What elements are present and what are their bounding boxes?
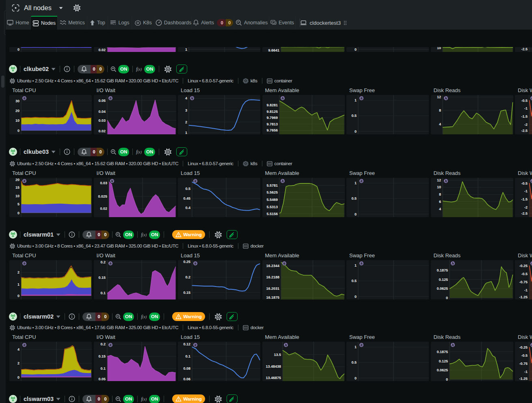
svg-text:0.1875: 0.1875 bbox=[437, 268, 448, 272]
svg-text:0.1: 0.1 bbox=[185, 354, 190, 358]
svg-text:10: 10 bbox=[437, 185, 441, 189]
svg-text:0.25: 0.25 bbox=[183, 260, 190, 264]
svg-text:-0.5: -0.5 bbox=[521, 99, 528, 103]
svg-text:5.5469: 5.5469 bbox=[266, 198, 278, 202]
svg-text:-1: -1 bbox=[524, 189, 528, 193]
svg-text:-0.75: -0.75 bbox=[519, 362, 528, 366]
svg-text:0: 0 bbox=[355, 295, 357, 299]
svg-text:5.5781: 5.5781 bbox=[266, 183, 278, 187]
svg-text:0.4: 0.4 bbox=[185, 206, 190, 210]
svg-text:16.2188: 16.2188 bbox=[266, 275, 279, 279]
svg-text:16.1875: 16.1875 bbox=[266, 295, 279, 300]
svg-text:-0.5: -0.5 bbox=[521, 272, 528, 276]
svg-text:9.6641: 9.6641 bbox=[268, 48, 279, 52]
svg-text:13.5: 13.5 bbox=[274, 353, 281, 357]
svg-text:8: 8 bbox=[439, 192, 441, 196]
svg-text:0.125: 0.125 bbox=[439, 359, 448, 363]
svg-text:0: 0 bbox=[355, 129, 357, 134]
svg-text:0.12: 0.12 bbox=[183, 342, 190, 346]
svg-text:0: 0 bbox=[445, 296, 448, 300]
svg-text:0: 0 bbox=[17, 129, 19, 133]
svg-text:0.5: 0.5 bbox=[185, 187, 190, 191]
svg-text:0: 0 bbox=[17, 211, 19, 215]
svg-text:12: 12 bbox=[437, 95, 441, 99]
svg-text:5.5313: 5.5313 bbox=[266, 205, 278, 209]
svg-text:9.8125: 9.8125 bbox=[266, 110, 278, 114]
svg-text:0.05: 0.05 bbox=[98, 377, 106, 381]
svg-text:0.125: 0.125 bbox=[439, 278, 448, 282]
svg-text:-1: -1 bbox=[524, 288, 528, 292]
svg-text:10: 10 bbox=[15, 194, 19, 198]
svg-text:-1.25: -1.25 bbox=[519, 377, 528, 381]
svg-text:0: 0 bbox=[17, 294, 19, 298]
svg-text:0: 0 bbox=[445, 377, 448, 381]
svg-text:0.05: 0.05 bbox=[98, 99, 106, 103]
svg-text:0.03: 0.03 bbox=[98, 119, 106, 123]
svg-text:-0.25: -0.25 bbox=[519, 264, 528, 268]
svg-text:0.2: 0.2 bbox=[185, 275, 190, 279]
svg-text:0.02: 0.02 bbox=[100, 207, 107, 211]
svg-text:0.15: 0.15 bbox=[98, 276, 106, 280]
svg-text:20: 20 bbox=[15, 178, 19, 182]
svg-text:0.15: 0.15 bbox=[98, 354, 106, 358]
svg-text:-0.5: -0.5 bbox=[521, 353, 528, 358]
svg-text:1: 1 bbox=[355, 345, 357, 349]
svg-text:0.06: 0.06 bbox=[183, 377, 190, 381]
svg-text:0.45: 0.45 bbox=[183, 196, 190, 200]
svg-text:-2.5: -2.5 bbox=[521, 129, 528, 133]
svg-text:1: 1 bbox=[185, 131, 187, 134]
svg-text:0.5: 0.5 bbox=[351, 360, 357, 364]
svg-text:0: 0 bbox=[17, 47, 19, 51]
svg-text:-1.5: -1.5 bbox=[521, 114, 528, 119]
svg-text:0.1875: 0.1875 bbox=[437, 350, 448, 354]
svg-text:0: 0 bbox=[17, 375, 19, 379]
svg-text:0.1: 0.1 bbox=[100, 366, 106, 371]
svg-text:-1.25: -1.25 bbox=[519, 295, 528, 299]
svg-text:-2: -2 bbox=[524, 123, 528, 127]
svg-text:-1: -1 bbox=[524, 106, 528, 110]
svg-text:1: 1 bbox=[355, 263, 357, 267]
svg-text:30: 30 bbox=[15, 99, 19, 103]
svg-text:5.5625: 5.5625 bbox=[266, 190, 278, 194]
svg-text:0.5: 0.5 bbox=[351, 114, 357, 118]
svg-text:0.03: 0.03 bbox=[100, 181, 107, 185]
svg-text:0.2: 0.2 bbox=[100, 260, 106, 264]
svg-text:0.02: 0.02 bbox=[98, 129, 106, 133]
svg-text:-2.5: -2.5 bbox=[521, 211, 528, 216]
svg-text:0.5: 0.5 bbox=[351, 196, 357, 200]
svg-text:16.2031: 16.2031 bbox=[266, 287, 279, 291]
svg-text:20: 20 bbox=[15, 109, 19, 113]
svg-text:1: 1 bbox=[355, 181, 357, 185]
svg-text:9.8281: 9.8281 bbox=[266, 103, 278, 107]
svg-text:0: 0 bbox=[355, 212, 357, 216]
svg-text:0.1: 0.1 bbox=[100, 291, 106, 295]
svg-text:0.025: 0.025 bbox=[98, 194, 107, 198]
svg-text:0.2: 0.2 bbox=[100, 342, 106, 346]
svg-text:5.5156: 5.5156 bbox=[266, 212, 278, 216]
svg-text:-1: -1 bbox=[524, 370, 528, 374]
svg-text:10: 10 bbox=[15, 119, 19, 123]
svg-text:0.5: 0.5 bbox=[351, 279, 357, 283]
svg-text:2: 2 bbox=[17, 270, 19, 274]
svg-text:9.7656: 9.7656 bbox=[266, 128, 278, 132]
svg-text:12: 12 bbox=[437, 178, 441, 182]
svg-text:0.0625: 0.0625 bbox=[437, 368, 448, 372]
svg-text:0.0625: 0.0625 bbox=[437, 287, 448, 291]
svg-text:9.7813: 9.7813 bbox=[266, 122, 278, 126]
svg-text:4: 4 bbox=[17, 347, 19, 351]
svg-text:-0.25: -0.25 bbox=[519, 345, 528, 349]
svg-text:13.46875: 13.46875 bbox=[266, 376, 281, 380]
svg-text:8: 8 bbox=[439, 108, 441, 112]
svg-text:0.15: 0.15 bbox=[183, 291, 190, 295]
svg-text:-0.75: -0.75 bbox=[519, 280, 528, 284]
svg-text:0: 0 bbox=[355, 376, 357, 380]
svg-text:-0.5: -0.5 bbox=[521, 181, 528, 185]
svg-text:1: 1 bbox=[355, 98, 357, 102]
svg-text:13.48438: 13.48438 bbox=[266, 364, 281, 369]
svg-text:0.08: 0.08 bbox=[183, 366, 190, 371]
svg-text:-2.5: -2.5 bbox=[521, 47, 528, 51]
svg-text:15: 15 bbox=[15, 185, 19, 190]
svg-text:3: 3 bbox=[185, 108, 187, 112]
svg-text:-1.5: -1.5 bbox=[521, 197, 528, 201]
svg-text:6: 6 bbox=[439, 200, 441, 204]
